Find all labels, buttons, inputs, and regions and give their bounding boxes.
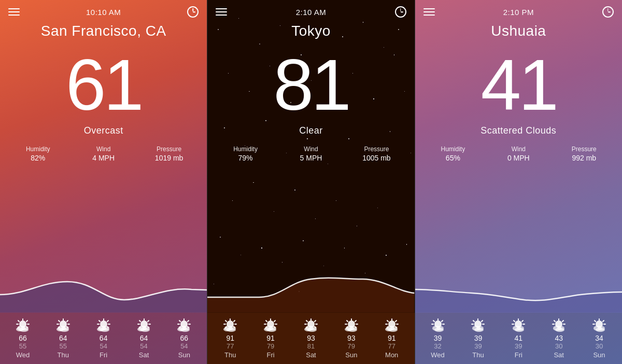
clock-icon-ushuaia[interactable] bbox=[602, 6, 614, 18]
humidity-tokyo: Humidity 79% bbox=[213, 145, 278, 162]
condition-ushuaia: Scattered Clouds bbox=[415, 125, 622, 136]
panel-ushuaia: 2:10 PM Ushuaia 41 Scattered Clouds Humi… bbox=[415, 0, 622, 364]
time-sf: 10:10 AM bbox=[86, 8, 121, 17]
svg-point-71 bbox=[227, 328, 236, 332]
weather-icon-sat-sf bbox=[135, 318, 153, 332]
city-sf: San Francisco, CA bbox=[0, 21, 207, 43]
weather-icon-sun-ushuaia bbox=[590, 318, 609, 332]
forecast-sun-ushuaia: 34 30 Sun bbox=[579, 318, 619, 359]
forecast-row-ushuaia: 39 32 Wed 39 39 Thu bbox=[418, 318, 619, 359]
svg-point-128 bbox=[434, 328, 444, 332]
condition-tokyo: Clear bbox=[207, 125, 414, 136]
svg-point-146 bbox=[515, 328, 524, 332]
svg-line-29 bbox=[99, 321, 100, 322]
top-bar-sf: 10:10 AM bbox=[0, 0, 207, 21]
menu-icon-sf[interactable] bbox=[8, 8, 20, 16]
pressure-sf: Pressure 1019 mb bbox=[136, 145, 202, 162]
svg-line-89 bbox=[306, 321, 307, 322]
humidity-ushuaia: Humidity 65% bbox=[420, 145, 486, 162]
clock-icon-sf[interactable] bbox=[187, 6, 199, 18]
forecast-thu-sf: 64 55 Thu bbox=[43, 318, 83, 359]
svg-line-86 bbox=[315, 321, 316, 322]
top-bar-ushuaia: 2:10 PM bbox=[415, 0, 622, 21]
top-bar-tokyo: 2:10 AM bbox=[207, 0, 414, 21]
weather-icon-wed-ushuaia bbox=[429, 318, 447, 332]
svg-point-137 bbox=[474, 328, 484, 332]
time-ushuaia: 2:10 PM bbox=[503, 8, 534, 17]
svg-line-142 bbox=[514, 321, 515, 322]
weather-icon-thu-ushuaia bbox=[469, 318, 487, 332]
wave-tokyo bbox=[207, 271, 414, 313]
svg-line-77 bbox=[266, 321, 267, 322]
svg-line-122 bbox=[442, 321, 443, 322]
weather-icon-sun-tokyo bbox=[342, 318, 361, 332]
forecast-thu-ushuaia: 39 39 Thu bbox=[458, 318, 499, 359]
wave-sf bbox=[0, 271, 207, 313]
stats-sf: Humidity 82% Wind 4 MPH Pressure 1019 mb bbox=[0, 136, 207, 168]
forecast-mon-tokyo: 91 77 Mon bbox=[372, 318, 412, 359]
svg-point-59 bbox=[180, 328, 190, 332]
svg-point-11 bbox=[19, 328, 29, 332]
condition-sf: Overcast bbox=[0, 125, 207, 136]
forecast-sat-tokyo: 93 81 Sat bbox=[291, 318, 331, 359]
forecast-fri-tokyo: 91 79 Fri bbox=[250, 318, 291, 359]
pressure-tokyo: Pressure 1005 mb bbox=[344, 145, 409, 162]
svg-line-14 bbox=[67, 321, 68, 322]
humidity-sf: Humidity 82% bbox=[5, 145, 70, 162]
wave-ushuaia bbox=[415, 271, 622, 313]
svg-point-107 bbox=[348, 328, 357, 332]
svg-point-23 bbox=[60, 328, 69, 332]
stats-ushuaia: Humidity 65% Wind 0 MPH Pressure 992 mb bbox=[415, 136, 622, 168]
svg-line-140 bbox=[522, 321, 523, 322]
weather-icon-sat-ushuaia bbox=[549, 318, 568, 332]
forecast-sat-ushuaia: 43 30 Sat bbox=[539, 318, 579, 359]
weather-icon-mon-tokyo bbox=[383, 318, 401, 332]
svg-point-155 bbox=[555, 328, 564, 332]
weather-icon-fri-sf bbox=[94, 318, 113, 332]
forecast-wed-ushuaia: 39 32 Wed bbox=[418, 318, 458, 359]
forecast-row-tokyo: 91 77 Thu 91 bbox=[210, 318, 412, 359]
wind-sf: Wind 4 MPH bbox=[70, 145, 136, 162]
svg-point-164 bbox=[596, 328, 605, 332]
weather-icon-fri-tokyo bbox=[261, 318, 280, 332]
city-ushuaia: Ushuaia bbox=[415, 21, 622, 43]
svg-line-74 bbox=[274, 321, 275, 322]
svg-line-160 bbox=[595, 321, 596, 322]
stats-tokyo: Humidity 79% Wind 5 MPH Pressure 1005 mb bbox=[207, 136, 414, 168]
svg-point-95 bbox=[307, 328, 317, 332]
svg-point-83 bbox=[267, 328, 276, 332]
temp-ushuaia: 41 bbox=[415, 49, 622, 121]
svg-line-62 bbox=[234, 321, 235, 322]
svg-line-151 bbox=[554, 321, 555, 322]
svg-line-131 bbox=[482, 321, 483, 322]
forecast-tokyo: 91 77 Thu 91 bbox=[207, 313, 414, 364]
menu-icon-ushuaia[interactable] bbox=[423, 8, 435, 16]
svg-line-26 bbox=[107, 321, 108, 322]
menu-icon-tokyo[interactable] bbox=[216, 8, 227, 16]
svg-line-41 bbox=[139, 321, 140, 322]
svg-line-133 bbox=[473, 321, 474, 322]
svg-line-38 bbox=[148, 321, 149, 322]
forecast-wed-sf: 66 55 Wed bbox=[3, 318, 43, 359]
forecast-row-sf: 66 55 Wed bbox=[3, 318, 204, 359]
forecast-sun-sf: 66 54 Sun bbox=[164, 318, 204, 359]
svg-line-5 bbox=[18, 321, 19, 322]
svg-line-98 bbox=[355, 321, 356, 322]
svg-line-17 bbox=[59, 321, 60, 322]
svg-point-47 bbox=[140, 328, 150, 332]
svg-line-124 bbox=[433, 321, 434, 322]
svg-point-119 bbox=[388, 328, 398, 332]
svg-line-158 bbox=[603, 321, 604, 322]
forecast-sat-sf: 64 54 Sat bbox=[124, 318, 164, 359]
weather-icon-wed-sf bbox=[13, 318, 32, 332]
svg-line-2 bbox=[26, 321, 27, 322]
weather-icon-sun-sf bbox=[175, 318, 193, 332]
time-tokyo: 2:10 AM bbox=[296, 8, 327, 17]
weather-icon-thu-sf bbox=[54, 318, 73, 332]
panel-sf: 10:10 AM San Francisco, CA 61 Overcast H… bbox=[0, 0, 207, 364]
svg-line-65 bbox=[225, 321, 227, 322]
forecast-fri-sf: 64 54 Fri bbox=[83, 318, 124, 359]
clock-icon-tokyo[interactable] bbox=[395, 6, 406, 18]
wind-tokyo: Wind 5 MPH bbox=[278, 145, 344, 162]
pressure-ushuaia: Pressure 992 mb bbox=[552, 145, 617, 162]
